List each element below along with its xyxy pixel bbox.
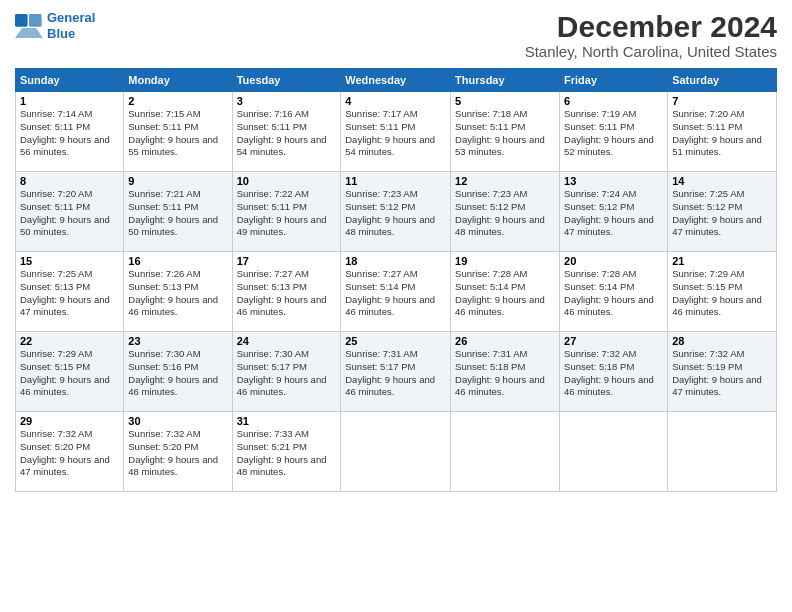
day-info: Sunrise: 7:29 AM Sunset: 5:15 PM Dayligh… bbox=[672, 268, 772, 319]
day-info: Sunrise: 7:30 AM Sunset: 5:17 PM Dayligh… bbox=[237, 348, 337, 399]
calendar-table: SundayMondayTuesdayWednesdayThursdayFrid… bbox=[15, 68, 777, 492]
weekday-header: Wednesday bbox=[341, 69, 451, 92]
calendar-cell bbox=[451, 412, 560, 492]
calendar-cell bbox=[560, 412, 668, 492]
day-number: 15 bbox=[20, 255, 119, 267]
day-number: 22 bbox=[20, 335, 119, 347]
calendar-cell: 22 Sunrise: 7:29 AM Sunset: 5:15 PM Dayl… bbox=[16, 332, 124, 412]
weekday-header: Monday bbox=[124, 69, 232, 92]
calendar-cell: 10 Sunrise: 7:22 AM Sunset: 5:11 PM Dayl… bbox=[232, 172, 341, 252]
day-number: 13 bbox=[564, 175, 663, 187]
day-number: 30 bbox=[128, 415, 227, 427]
calendar-cell: 24 Sunrise: 7:30 AM Sunset: 5:17 PM Dayl… bbox=[232, 332, 341, 412]
day-info: Sunrise: 7:32 AM Sunset: 5:18 PM Dayligh… bbox=[564, 348, 663, 399]
day-number: 27 bbox=[564, 335, 663, 347]
day-number: 8 bbox=[20, 175, 119, 187]
day-info: Sunrise: 7:27 AM Sunset: 5:14 PM Dayligh… bbox=[345, 268, 446, 319]
day-info: Sunrise: 7:31 AM Sunset: 5:17 PM Dayligh… bbox=[345, 348, 446, 399]
calendar-cell: 19 Sunrise: 7:28 AM Sunset: 5:14 PM Dayl… bbox=[451, 252, 560, 332]
day-info: Sunrise: 7:30 AM Sunset: 5:16 PM Dayligh… bbox=[128, 348, 227, 399]
day-info: Sunrise: 7:21 AM Sunset: 5:11 PM Dayligh… bbox=[128, 188, 227, 239]
day-number: 18 bbox=[345, 255, 446, 267]
calendar-cell: 26 Sunrise: 7:31 AM Sunset: 5:18 PM Dayl… bbox=[451, 332, 560, 412]
calendar-week-row: 8 Sunrise: 7:20 AM Sunset: 5:11 PM Dayli… bbox=[16, 172, 777, 252]
day-info: Sunrise: 7:14 AM Sunset: 5:11 PM Dayligh… bbox=[20, 108, 119, 159]
calendar-cell: 7 Sunrise: 7:20 AM Sunset: 5:11 PM Dayli… bbox=[668, 92, 777, 172]
svg-rect-0 bbox=[15, 14, 28, 27]
day-number: 12 bbox=[455, 175, 555, 187]
day-info: Sunrise: 7:15 AM Sunset: 5:11 PM Dayligh… bbox=[128, 108, 227, 159]
calendar-cell: 11 Sunrise: 7:23 AM Sunset: 5:12 PM Dayl… bbox=[341, 172, 451, 252]
day-info: Sunrise: 7:17 AM Sunset: 5:11 PM Dayligh… bbox=[345, 108, 446, 159]
calendar-cell: 16 Sunrise: 7:26 AM Sunset: 5:13 PM Dayl… bbox=[124, 252, 232, 332]
calendar-cell: 21 Sunrise: 7:29 AM Sunset: 5:15 PM Dayl… bbox=[668, 252, 777, 332]
calendar-cell: 3 Sunrise: 7:16 AM Sunset: 5:11 PM Dayli… bbox=[232, 92, 341, 172]
calendar-cell: 23 Sunrise: 7:30 AM Sunset: 5:16 PM Dayl… bbox=[124, 332, 232, 412]
day-info: Sunrise: 7:23 AM Sunset: 5:12 PM Dayligh… bbox=[345, 188, 446, 239]
logo: General Blue bbox=[15, 10, 95, 41]
calendar-cell bbox=[341, 412, 451, 492]
calendar-week-row: 15 Sunrise: 7:25 AM Sunset: 5:13 PM Dayl… bbox=[16, 252, 777, 332]
day-number: 28 bbox=[672, 335, 772, 347]
day-info: Sunrise: 7:24 AM Sunset: 5:12 PM Dayligh… bbox=[564, 188, 663, 239]
day-number: 5 bbox=[455, 95, 555, 107]
logo-text: General Blue bbox=[47, 10, 95, 41]
subtitle: Stanley, North Carolina, United States bbox=[525, 43, 777, 60]
logo-icon bbox=[15, 14, 43, 38]
calendar-cell: 14 Sunrise: 7:25 AM Sunset: 5:12 PM Dayl… bbox=[668, 172, 777, 252]
day-info: Sunrise: 7:28 AM Sunset: 5:14 PM Dayligh… bbox=[564, 268, 663, 319]
calendar-cell: 31 Sunrise: 7:33 AM Sunset: 5:21 PM Dayl… bbox=[232, 412, 341, 492]
weekday-header: Sunday bbox=[16, 69, 124, 92]
calendar-cell: 12 Sunrise: 7:23 AM Sunset: 5:12 PM Dayl… bbox=[451, 172, 560, 252]
calendar-cell: 13 Sunrise: 7:24 AM Sunset: 5:12 PM Dayl… bbox=[560, 172, 668, 252]
day-number: 16 bbox=[128, 255, 227, 267]
svg-marker-2 bbox=[15, 28, 43, 38]
svg-rect-1 bbox=[29, 14, 42, 27]
day-info: Sunrise: 7:20 AM Sunset: 5:11 PM Dayligh… bbox=[672, 108, 772, 159]
calendar-cell: 27 Sunrise: 7:32 AM Sunset: 5:18 PM Dayl… bbox=[560, 332, 668, 412]
main-title: December 2024 bbox=[525, 10, 777, 43]
day-info: Sunrise: 7:26 AM Sunset: 5:13 PM Dayligh… bbox=[128, 268, 227, 319]
day-info: Sunrise: 7:28 AM Sunset: 5:14 PM Dayligh… bbox=[455, 268, 555, 319]
calendar-cell: 28 Sunrise: 7:32 AM Sunset: 5:19 PM Dayl… bbox=[668, 332, 777, 412]
day-number: 6 bbox=[564, 95, 663, 107]
calendar-cell: 25 Sunrise: 7:31 AM Sunset: 5:17 PM Dayl… bbox=[341, 332, 451, 412]
day-number: 19 bbox=[455, 255, 555, 267]
page-container: General Blue December 2024 Stanley, Nort… bbox=[0, 0, 792, 497]
day-number: 14 bbox=[672, 175, 772, 187]
calendar-cell: 20 Sunrise: 7:28 AM Sunset: 5:14 PM Dayl… bbox=[560, 252, 668, 332]
calendar-cell: 17 Sunrise: 7:27 AM Sunset: 5:13 PM Dayl… bbox=[232, 252, 341, 332]
day-info: Sunrise: 7:27 AM Sunset: 5:13 PM Dayligh… bbox=[237, 268, 337, 319]
title-section: December 2024 Stanley, North Carolina, U… bbox=[525, 10, 777, 60]
day-info: Sunrise: 7:25 AM Sunset: 5:12 PM Dayligh… bbox=[672, 188, 772, 239]
day-info: Sunrise: 7:32 AM Sunset: 5:20 PM Dayligh… bbox=[128, 428, 227, 479]
day-info: Sunrise: 7:32 AM Sunset: 5:19 PM Dayligh… bbox=[672, 348, 772, 399]
day-number: 11 bbox=[345, 175, 446, 187]
day-number: 25 bbox=[345, 335, 446, 347]
calendar-week-row: 1 Sunrise: 7:14 AM Sunset: 5:11 PM Dayli… bbox=[16, 92, 777, 172]
day-info: Sunrise: 7:25 AM Sunset: 5:13 PM Dayligh… bbox=[20, 268, 119, 319]
calendar-cell: 2 Sunrise: 7:15 AM Sunset: 5:11 PM Dayli… bbox=[124, 92, 232, 172]
day-info: Sunrise: 7:29 AM Sunset: 5:15 PM Dayligh… bbox=[20, 348, 119, 399]
day-info: Sunrise: 7:20 AM Sunset: 5:11 PM Dayligh… bbox=[20, 188, 119, 239]
calendar-cell: 4 Sunrise: 7:17 AM Sunset: 5:11 PM Dayli… bbox=[341, 92, 451, 172]
weekday-header-row: SundayMondayTuesdayWednesdayThursdayFrid… bbox=[16, 69, 777, 92]
day-info: Sunrise: 7:33 AM Sunset: 5:21 PM Dayligh… bbox=[237, 428, 337, 479]
day-info: Sunrise: 7:18 AM Sunset: 5:11 PM Dayligh… bbox=[455, 108, 555, 159]
calendar-week-row: 22 Sunrise: 7:29 AM Sunset: 5:15 PM Dayl… bbox=[16, 332, 777, 412]
calendar-cell: 6 Sunrise: 7:19 AM Sunset: 5:11 PM Dayli… bbox=[560, 92, 668, 172]
day-number: 24 bbox=[237, 335, 337, 347]
calendar-cell bbox=[668, 412, 777, 492]
day-number: 9 bbox=[128, 175, 227, 187]
day-number: 17 bbox=[237, 255, 337, 267]
day-number: 20 bbox=[564, 255, 663, 267]
calendar-cell: 1 Sunrise: 7:14 AM Sunset: 5:11 PM Dayli… bbox=[16, 92, 124, 172]
day-info: Sunrise: 7:16 AM Sunset: 5:11 PM Dayligh… bbox=[237, 108, 337, 159]
header: General Blue December 2024 Stanley, Nort… bbox=[15, 10, 777, 60]
calendar-cell: 5 Sunrise: 7:18 AM Sunset: 5:11 PM Dayli… bbox=[451, 92, 560, 172]
day-number: 31 bbox=[237, 415, 337, 427]
weekday-header: Tuesday bbox=[232, 69, 341, 92]
day-number: 2 bbox=[128, 95, 227, 107]
day-number: 21 bbox=[672, 255, 772, 267]
day-number: 3 bbox=[237, 95, 337, 107]
